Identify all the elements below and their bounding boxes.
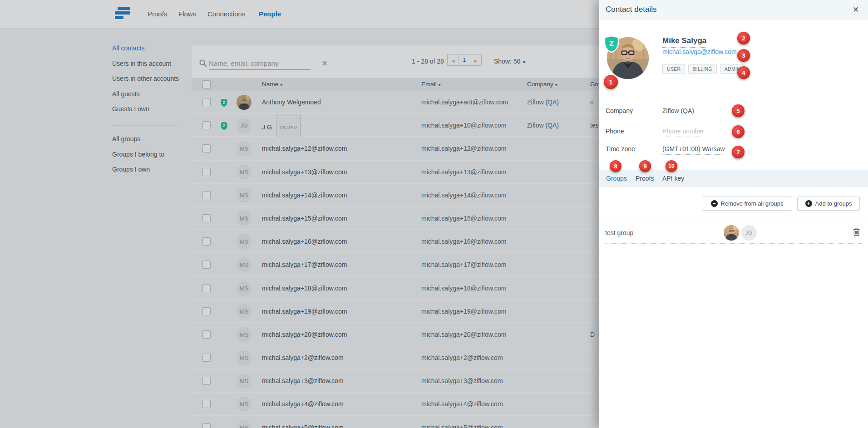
ziflow-shield-icon: Z — [603, 35, 620, 53]
add-to-groups-button[interactable]: +Add to groups — [797, 197, 860, 211]
panel-tab-bar: GroupsProofsAPI key — [599, 170, 868, 187]
group-row-divider — [605, 243, 862, 244]
button-label: Add to groups — [815, 200, 852, 207]
panel-header: Contact details ✕ — [599, 0, 868, 20]
tab-proofs[interactable]: Proofs — [636, 170, 654, 187]
annotation-badge-2: 2 — [737, 32, 750, 44]
portrait-photo — [724, 225, 739, 241]
trash-icon[interactable] — [853, 227, 860, 236]
annotation-badge-4: 4 — [737, 66, 750, 79]
role-badge-user: USER — [662, 64, 685, 74]
annotation-badge-10: 10 — [666, 160, 677, 172]
annotation-badge-1: 1 — [604, 75, 618, 89]
svg-text:Z: Z — [609, 39, 614, 48]
remove-from-all-groups-button[interactable]: −Remove from all groups — [702, 197, 792, 211]
annotation-badge-8: 8 — [610, 160, 621, 172]
tab-api-key[interactable]: API key — [662, 170, 684, 187]
group-member-avatar: JG — [741, 225, 757, 241]
plus-circle-icon: + — [805, 200, 812, 207]
contact-name-field[interactable]: Mike Salyga — [662, 36, 706, 48]
tab-groups[interactable]: Groups — [606, 170, 627, 187]
close-icon[interactable]: ✕ — [853, 5, 859, 15]
group-name: test group — [605, 229, 633, 236]
field-value[interactable]: (GMT+01:00) Warsaw — [662, 145, 725, 155]
field-value[interactable]: Phone number — [662, 128, 704, 137]
button-label: Remove from all groups — [721, 200, 784, 207]
modal-dim-overlay[interactable] — [0, 0, 599, 428]
group-member-avatar — [724, 225, 739, 241]
contact-shield-badge: Z — [603, 35, 620, 53]
field-label: Phone — [606, 128, 624, 135]
annotation-badge-3: 3 — [737, 49, 750, 62]
field-label: Company — [606, 107, 633, 114]
contact-email-link[interactable]: michal.salyga@ziflow.com — [662, 48, 737, 55]
field-label: Time zone — [606, 145, 635, 153]
contact-details-panel: Contact details ✕ Z Mike Salyga michal.s… — [599, 0, 868, 428]
group-section-divider — [599, 217, 868, 217]
contact-role-badges: USERBILLINGADMIN — [662, 64, 745, 74]
role-badge-billing: BILLING — [688, 64, 716, 74]
annotation-badge-5: 5 — [732, 104, 745, 117]
annotation-badge-6: 6 — [732, 125, 745, 138]
annotation-badge-9: 9 — [639, 160, 651, 172]
panel-title: Contact details — [606, 5, 656, 14]
field-value[interactable]: Ziflow (QA) — [662, 107, 703, 114]
minus-circle-icon: − — [711, 200, 718, 207]
group-row: test group JG — [599, 222, 868, 243]
annotation-badge-7: 7 — [732, 146, 745, 158]
